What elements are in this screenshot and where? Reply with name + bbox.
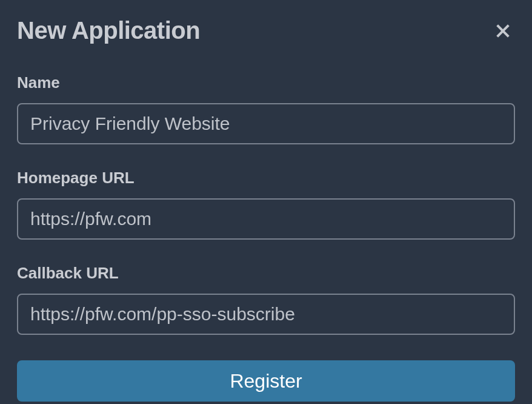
new-application-dialog: New Application Name Homepage URL Callba… (17, 17, 515, 402)
homepage-label: Homepage URL (17, 169, 515, 187)
dialog-header: New Application (17, 17, 515, 44)
dialog-title: New Application (17, 17, 200, 44)
name-input[interactable] (17, 103, 515, 144)
register-button[interactable]: Register (17, 360, 515, 402)
homepage-field-group: Homepage URL (17, 169, 515, 240)
homepage-input[interactable] (17, 198, 515, 240)
callback-input[interactable] (17, 294, 515, 335)
close-button[interactable] (491, 19, 515, 43)
name-field-group: Name (17, 73, 515, 144)
callback-field-group: Callback URL (17, 264, 515, 335)
name-label: Name (17, 73, 515, 92)
callback-label: Callback URL (17, 264, 515, 283)
close-icon (493, 21, 513, 41)
